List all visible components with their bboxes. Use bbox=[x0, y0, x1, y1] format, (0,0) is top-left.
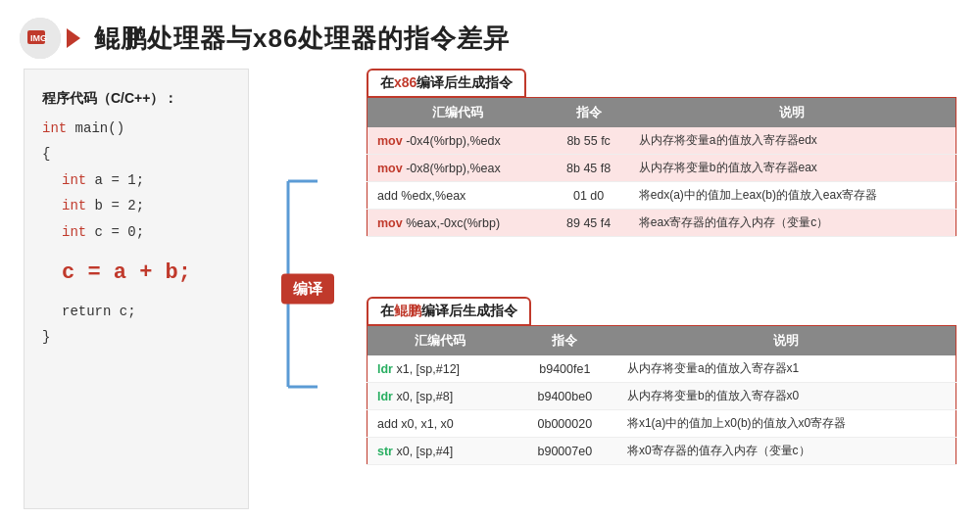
kp-instr-1: b9400fe1 bbox=[513, 355, 617, 383]
code-line-a: int a = 1; bbox=[42, 167, 230, 194]
kp-kw-2: ldr bbox=[377, 390, 393, 403]
x86-instr-3: 01 d0 bbox=[548, 182, 628, 210]
kp-desc-4: 将x0寄存器的值存入内存（变量c） bbox=[617, 438, 956, 465]
x86-kw-4: mov bbox=[377, 216, 403, 230]
x86-table-header-row: 汇编代码 指令 说明 bbox=[368, 98, 956, 128]
x86-section: 在x86编译后生成指令 汇编代码 指令 说明 mov -0x4(%rbp),%e… bbox=[367, 69, 956, 281]
code-line-brace-open: { bbox=[42, 141, 230, 167]
code-line-c: int c = 0; bbox=[42, 219, 230, 246]
x86-desc-2: 从内存将变量b的值放入寄存器eax bbox=[629, 155, 956, 182]
table-row: mov -0x4(%rbp),%edx 8b 55 fc 从内存将变量a的值放入… bbox=[368, 127, 956, 155]
tables-panel: 在x86编译后生成指令 汇编代码 指令 说明 mov -0x4(%rbp),%e… bbox=[367, 69, 956, 509]
kp-instr-3: 0b000020 bbox=[513, 410, 617, 438]
x86-kw-2: mov bbox=[377, 162, 403, 175]
code-panel: 程序代码（C/C++）： int main() { int a = 1; int… bbox=[24, 69, 249, 509]
code-line-brace-close: } bbox=[42, 324, 230, 351]
x86-asm-1: mov -0x4(%rbp),%edx bbox=[368, 127, 549, 155]
table-row: add %edx,%eax 01 d0 将edx(a)中的值加上eax(b)的值… bbox=[368, 182, 956, 210]
table-row: ldr x1, [sp,#12] b9400fe1 从内存将变量a的值放入寄存器… bbox=[368, 355, 956, 383]
x86-asm-3: add %edx,%eax bbox=[368, 182, 549, 210]
kp-kw-1: ldr bbox=[377, 362, 393, 376]
svg-text:IMG: IMG bbox=[30, 33, 47, 43]
kunpeng-table-header-row: 汇编代码 指令 说明 bbox=[368, 326, 956, 356]
header: IMG 鲲鹏处理器与x86处理器的指令差异 bbox=[0, 0, 980, 69]
keyword-int: int bbox=[42, 120, 67, 136]
compile-label: 编译 bbox=[281, 274, 334, 305]
x86-instr-2: 8b 45 f8 bbox=[548, 155, 628, 182]
table-row: ldr x0, [sp,#8] b9400be0 从内存将变量b的值放入寄存器x… bbox=[368, 383, 956, 410]
x86-desc-4: 将eax寄存器的值存入内存（变量c） bbox=[629, 210, 956, 237]
kunpeng-table: 汇编代码 指令 说明 ldr x1, [sp,#12] b9400fe1 从内存… bbox=[367, 325, 956, 465]
kp-desc-1: 从内存将变量a的值放入寄存器x1 bbox=[617, 355, 956, 383]
kunpeng-col-instr: 指令 bbox=[513, 326, 617, 356]
kunpeng-label: 在鲲鹏编译后生成指令 bbox=[367, 297, 531, 326]
kp-asm-4: str x0, [sp,#4] bbox=[368, 438, 513, 465]
kunpeng-section: 在鲲鹏编译后生成指令 汇编代码 指令 说明 ldr x1, [sp,#12] b… bbox=[367, 297, 956, 509]
header-icon: IMG bbox=[20, 18, 61, 59]
x86-asm-4: mov %eax,-0xc(%rbp) bbox=[368, 210, 549, 237]
main-content: 程序代码（C/C++）： int main() { int a = 1; int… bbox=[0, 69, 980, 509]
x86-table: 汇编代码 指令 说明 mov -0x4(%rbp),%edx 8b 55 fc … bbox=[367, 97, 956, 237]
kp-desc-2: 从内存将变量b的值放入寄存器x0 bbox=[617, 383, 956, 410]
x86-span: x86 bbox=[394, 74, 416, 90]
x86-instr-1: 8b 55 fc bbox=[548, 127, 628, 155]
code-line-b: int b = 2; bbox=[42, 193, 230, 219]
x86-label: 在x86编译后生成指令 bbox=[367, 69, 526, 98]
chevron-right-icon bbox=[67, 28, 80, 48]
table-row: mov -0x8(%rbp),%eax 8b 45 f8 从内存将变量b的值放入… bbox=[368, 155, 956, 182]
x86-col-asm: 汇编代码 bbox=[368, 98, 549, 128]
keyword-int-c: int bbox=[62, 224, 86, 240]
code-line-1: int main() bbox=[42, 116, 230, 142]
kunpeng-col-desc: 说明 bbox=[617, 326, 956, 356]
code-line-assignment: c = a + b; bbox=[42, 252, 230, 295]
code-line-return: return c; bbox=[42, 299, 230, 325]
x86-desc-3: 将edx(a)中的值加上eax(b)的值放入eax寄存器 bbox=[629, 182, 956, 210]
kp-desc-3: 将x1(a)中的值加上x0(b)的值放入x0寄存器 bbox=[617, 410, 956, 438]
kp-asm-3: add x0, x1, x0 bbox=[368, 410, 513, 438]
kp-asm-2: ldr x0, [sp,#8] bbox=[368, 383, 513, 410]
table-row: add x0, x1, x0 0b000020 将x1(a)中的值加上x0(b)… bbox=[368, 410, 956, 438]
x86-col-instr: 指令 bbox=[548, 98, 628, 128]
x86-col-desc: 说明 bbox=[629, 98, 956, 128]
page-title: 鲲鹏处理器与x86处理器的指令差异 bbox=[94, 22, 510, 56]
kp-instr-2: b9400be0 bbox=[513, 383, 617, 410]
table-row: mov %eax,-0xc(%rbp) 89 45 f4 将eax寄存器的值存入… bbox=[368, 210, 956, 237]
kp-kw-4: str bbox=[377, 445, 393, 458]
kp-instr-4: b90007e0 bbox=[513, 438, 617, 465]
x86-instr-4: 89 45 f4 bbox=[548, 210, 628, 237]
kunpeng-col-asm: 汇编代码 bbox=[368, 326, 513, 356]
kunpeng-span: 鲲鹏 bbox=[394, 303, 421, 318]
code-title: 程序代码（C/C++）： bbox=[42, 85, 230, 112]
x86-desc-1: 从内存将变量a的值放入寄存器edx bbox=[629, 127, 956, 155]
arrow-area: 编译 bbox=[269, 69, 347, 509]
x86-asm-2: mov -0x8(%rbp),%eax bbox=[368, 155, 549, 182]
table-row: str x0, [sp,#4] b90007e0 将x0寄存器的值存入内存（变量… bbox=[368, 438, 956, 465]
x86-kw-1: mov bbox=[377, 134, 403, 148]
keyword-int-b: int bbox=[62, 198, 86, 213]
kp-asm-1: ldr x1, [sp,#12] bbox=[368, 355, 513, 383]
keyword-int-a: int bbox=[62, 172, 86, 188]
